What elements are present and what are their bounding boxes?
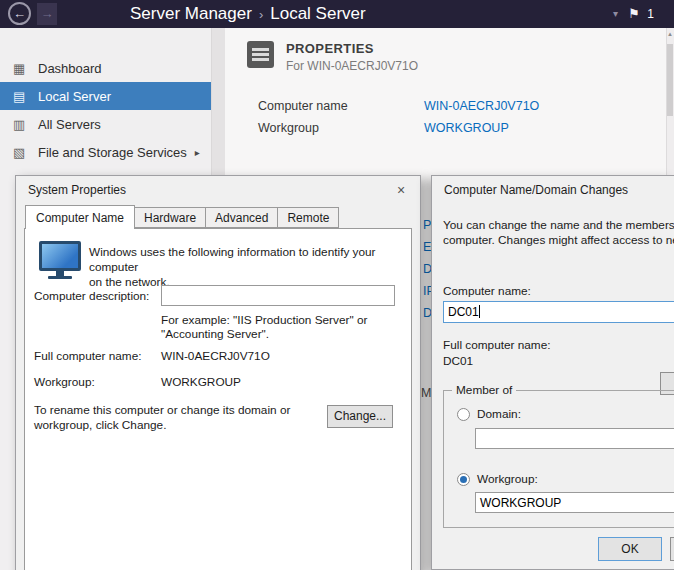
system-properties-dialog: System Properties × Computer Name Hardwa… <box>15 175 421 570</box>
back-arrow-icon: ← <box>13 6 26 21</box>
dialog-title: Computer Name/Domain Changes <box>444 183 628 197</box>
cancel-button-clipped[interactable] <box>670 537 674 561</box>
computer-description-label: Computer description: <box>34 289 149 303</box>
member-of-label: Member of <box>452 383 516 397</box>
dialog-title: System Properties <box>28 183 126 197</box>
computer-name-domain-changes-dialog: Computer Name/Domain Changes You can cha… <box>431 175 674 570</box>
computer-name-link[interactable]: WIN-0AECRJ0V71O <box>424 99 539 113</box>
tab-strip: Computer Name Hardware Advanced Remote <box>25 207 339 228</box>
workgroup-radio-row[interactable]: Workgroup: <box>457 472 538 486</box>
sidebar-item-label: Dashboard <box>38 61 102 76</box>
change-button[interactable]: Change... <box>327 405 393 428</box>
properties-heading: PROPERTIES <box>286 41 374 56</box>
file-storage-icon: ▧ <box>13 145 29 160</box>
dashboard-icon: ▦ <box>13 61 29 76</box>
properties-subtitle: For WIN-0AECRJ0V71O <box>286 59 418 73</box>
intro-text-line1: You can change the name and the membersh… <box>443 218 674 232</box>
rename-hint-text: To rename this computer or change its do… <box>34 403 290 433</box>
computer-description-input[interactable] <box>161 285 395 306</box>
workgroup-value: WORKGROUP <box>161 375 241 389</box>
page-title: Local Server <box>270 4 365 23</box>
sidebar-item-local-server[interactable]: ▤ Local Server <box>0 82 211 110</box>
scrollbar-up-icon[interactable]: ▴ <box>666 28 674 40</box>
sidebar-item-file-storage-services[interactable]: ▧ File and Storage Services ▸ <box>0 138 211 166</box>
computer-name-input[interactable]: DC01 <box>443 301 674 323</box>
domain-radio-label: Domain: <box>477 407 521 421</box>
computer-name-label: Computer name: <box>443 284 531 298</box>
back-button[interactable]: ← <box>8 2 31 25</box>
full-computer-name-label: Full computer name: <box>443 338 551 352</box>
computer-name-tab-page: Windows uses the following information t… <box>24 228 412 570</box>
description-example-text: For example: "IIS Production Server" or … <box>161 313 367 341</box>
computer-name-input-text: DC01 <box>448 305 479 319</box>
tab-hardware[interactable]: Hardware <box>135 207 206 228</box>
tab-advanced[interactable]: Advanced <box>206 207 278 228</box>
all-servers-icon: ▥ <box>13 117 29 132</box>
workgroup-radio-label: Workgroup: <box>477 472 538 486</box>
local-server-icon: ▤ <box>13 89 29 104</box>
forward-arrow-icon: → <box>41 6 54 21</box>
full-computer-name-label: Full computer name: <box>34 349 142 363</box>
text-caret <box>479 305 480 318</box>
scrollbar-thumb[interactable] <box>667 44 673 116</box>
sidebar-item-all-servers[interactable]: ▥ All Servers <box>0 110 211 138</box>
monitor-icon <box>39 241 81 279</box>
server-manager-window: ← → Server Manager›Local Server ▾ ⚑ 1 ▦ … <box>0 0 674 570</box>
workgroup-label: Workgroup: <box>34 375 95 389</box>
property-label: Workgroup <box>258 121 319 135</box>
full-computer-name-value: DC01 <box>443 354 473 368</box>
workgroup-radio[interactable] <box>457 473 470 486</box>
domain-input[interactable] <box>475 428 674 449</box>
chevron-right-icon: ▸ <box>195 147 200 158</box>
property-label: Computer name <box>258 99 348 113</box>
forward-button[interactable]: → <box>37 3 57 25</box>
breadcrumb-separator-icon: › <box>252 7 270 22</box>
domain-radio-row[interactable]: Domain: <box>457 407 521 421</box>
member-of-group: Member of Domain: Workgroup: WORKGROUP <box>443 390 674 528</box>
title-bar: ← → Server Manager›Local Server ▾ ⚑ 1 <box>0 0 674 28</box>
sidebar-item-label: Local Server <box>38 89 111 104</box>
sidebar-item-dashboard[interactable]: ▦ Dashboard <box>0 54 211 82</box>
intro-text: Windows uses the following information t… <box>89 245 405 290</box>
notification-count-badge[interactable]: 1 <box>647 0 654 28</box>
breadcrumb: Server Manager›Local Server <box>130 0 366 28</box>
domain-radio[interactable] <box>457 408 470 421</box>
app-title: Server Manager <box>130 4 252 23</box>
sidebar-item-label: File and Storage Services <box>38 145 187 160</box>
intro-text-line2: computer. Changes might affect access to… <box>443 233 674 247</box>
server-icon <box>247 41 274 68</box>
chevron-down-icon[interactable]: ▾ <box>613 0 618 28</box>
full-computer-name-value: WIN-0AECRJ0V71O <box>161 349 270 363</box>
tab-computer-name[interactable]: Computer Name <box>25 205 135 229</box>
workgroup-input[interactable]: WORKGROUP <box>475 492 674 513</box>
workgroup-link[interactable]: WORKGROUP <box>424 121 509 135</box>
ok-button[interactable]: OK <box>598 537 662 561</box>
sidebar-item-label: All Servers <box>38 117 101 132</box>
clipped-text: M <box>421 386 431 400</box>
tab-remote[interactable]: Remote <box>278 207 339 228</box>
notifications-flag-icon[interactable]: ⚑ <box>628 0 640 28</box>
close-icon[interactable]: × <box>388 180 414 200</box>
